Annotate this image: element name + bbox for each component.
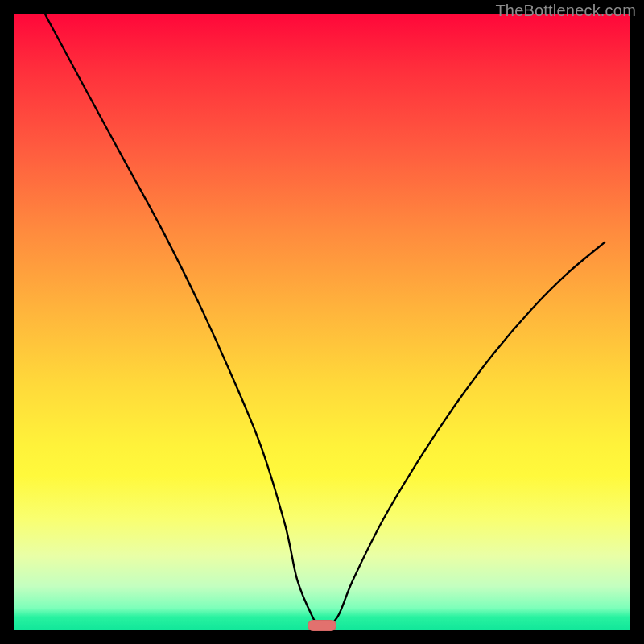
watermark-text: TheBottleneck.com xyxy=(495,2,636,20)
plot-area xyxy=(14,14,630,630)
bottleneck-curve xyxy=(14,14,630,630)
chart-frame: TheBottleneck.com xyxy=(0,0,644,644)
minimum-marker xyxy=(308,620,336,631)
